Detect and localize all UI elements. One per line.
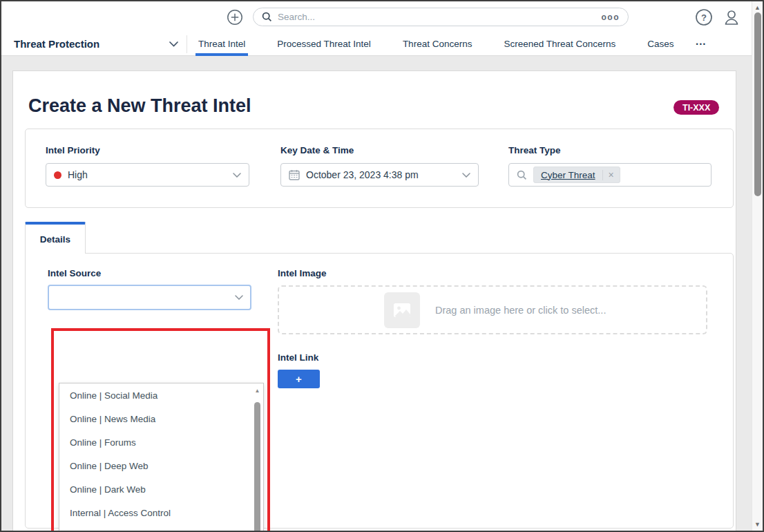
- search-placeholder: Search...: [278, 12, 596, 22]
- threat-type-label: Threat Type: [508, 145, 712, 155]
- app-window: Search... ooo ? Threat Protection Threat…: [0, 0, 764, 532]
- intel-priority-value: High: [68, 169, 88, 180]
- tab-threat-intel[interactable]: Threat Intel: [197, 32, 247, 55]
- option-online-social-media[interactable]: Online | Social Media: [59, 383, 251, 407]
- search-icon: [262, 12, 272, 22]
- help-icon[interactable]: ?: [695, 8, 713, 26]
- dropdown-scrollbar[interactable]: ▲ ▼: [252, 384, 262, 532]
- app-menu-dropdown[interactable]: Threat Protection: [14, 32, 178, 55]
- option-internal-access-control[interactable]: Internal | Access Control: [59, 501, 251, 524]
- chevron-down-icon: [235, 295, 243, 300]
- dropzone-hint-text: Drag an image here or click to select...: [435, 305, 606, 316]
- tab-cases[interactable]: Cases: [646, 32, 675, 55]
- image-placeholder-icon: [384, 292, 420, 328]
- priority-dot-icon: [54, 171, 61, 179]
- scroll-up-icon[interactable]: ▲: [252, 388, 262, 394]
- search-icon: [517, 170, 527, 180]
- threat-type-tag-label[interactable]: Cyber Threat: [534, 170, 603, 180]
- search-input[interactable]: Search... ooo: [253, 8, 629, 26]
- record-id-badge: TI-XXX: [674, 100, 719, 115]
- key-date-time-label: Key Date & Time: [280, 145, 479, 155]
- intel-link-label: Intel Link: [278, 352, 318, 363]
- option-internal-video-analytics[interactable]: Internal | Video Analytics: [59, 524, 251, 532]
- add-icon[interactable]: [227, 9, 243, 26]
- intel-source-dropdown-list: Online | Social Media Online | News Medi…: [59, 383, 264, 532]
- option-online-deep-web[interactable]: Online | Deep Web: [59, 454, 251, 477]
- intel-source-combobox[interactable]: [48, 285, 251, 310]
- calendar-icon: [289, 169, 300, 180]
- page-title: Create a New Threat Intel: [28, 95, 251, 117]
- summary-panel: Intel Priority High Key Date & Time Octo…: [25, 129, 734, 208]
- threat-type-search-input[interactable]: Cyber Threat ×: [508, 163, 712, 187]
- add-intel-link-button[interactable]: +: [278, 370, 320, 388]
- key-date-time-value: October 23, 2023 4:38 pm: [306, 169, 419, 180]
- tab-details[interactable]: Details: [25, 222, 86, 254]
- threat-type-tag: Cyber Threat ×: [533, 167, 620, 183]
- page-scrollbar-thumb[interactable]: [754, 12, 761, 196]
- user-icon[interactable]: [723, 8, 741, 26]
- remove-tag-icon[interactable]: ×: [603, 169, 620, 180]
- scroll-up-icon[interactable]: ▲: [752, 4, 763, 11]
- tab-processed-threat-intel[interactable]: Processed Threat Intel: [276, 32, 372, 55]
- intel-source-label: Intel Source: [48, 268, 101, 278]
- nav-divider: [187, 35, 187, 53]
- scroll-down-icon[interactable]: ▼: [752, 521, 763, 528]
- intel-image-label: Intel Image: [278, 268, 327, 278]
- chevron-down-icon: [233, 173, 241, 178]
- tab-screened-threat-concerns[interactable]: Screened Threat Concerns: [502, 32, 617, 55]
- option-online-dark-web[interactable]: Online | Dark Web: [59, 477, 251, 501]
- nav-bar: Threat Protection Threat Intel Processed…: [1, 32, 752, 56]
- svg-text:?: ?: [701, 12, 707, 23]
- image-dropzone[interactable]: Drag an image here or click to select...: [278, 285, 707, 334]
- dropdown-scrollbar-thumb[interactable]: [254, 402, 260, 532]
- search-options-icon[interactable]: ooo: [602, 12, 620, 22]
- threat-type-field: Threat Type Cyber Threat ×: [508, 145, 712, 187]
- app-menu-label: Threat Protection: [14, 38, 99, 50]
- intel-priority-select[interactable]: High: [46, 163, 249, 187]
- main-card: Create a New Threat Intel TI-XXX Intel P…: [12, 70, 736, 531]
- tab-threat-concerns[interactable]: Threat Concerns: [401, 32, 474, 55]
- chevron-down-icon: [169, 41, 178, 47]
- intel-priority-field: Intel Priority High: [46, 145, 249, 187]
- intel-priority-label: Intel Priority: [46, 145, 249, 155]
- option-online-news-media[interactable]: Online | News Media: [59, 407, 251, 430]
- top-bar: Search... ooo ?: [1, 1, 752, 32]
- key-date-time-field: Key Date & Time October 23, 2023 4:38 pm: [280, 145, 479, 187]
- option-online-forums[interactable]: Online | Forums: [59, 430, 251, 454]
- more-tabs-icon[interactable]: •••: [695, 32, 708, 55]
- chevron-down-icon: [462, 173, 470, 178]
- page-scrollbar[interactable]: ▲ ▼: [752, 1, 763, 531]
- nav-tabs: Threat Intel Processed Threat Intel Thre…: [197, 32, 708, 55]
- key-date-time-select[interactable]: October 23, 2023 4:38 pm: [280, 163, 479, 187]
